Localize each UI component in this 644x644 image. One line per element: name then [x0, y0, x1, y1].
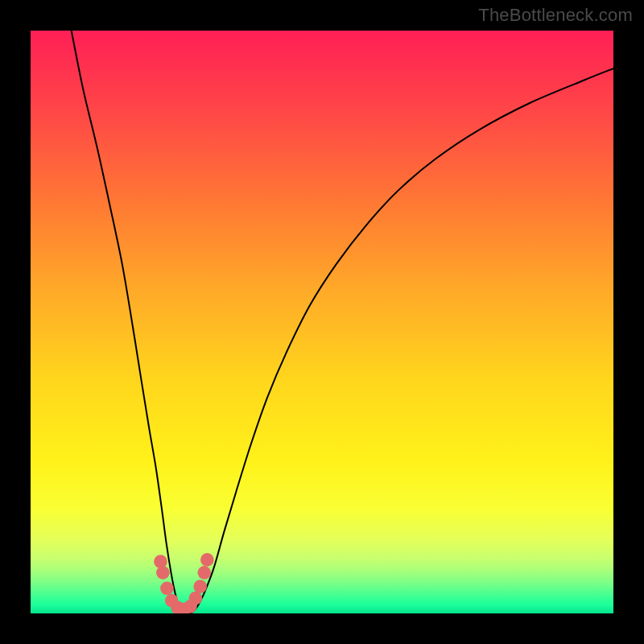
- curve-markers: [154, 553, 214, 613]
- chart-frame: TheBottleneck.com: [0, 0, 644, 644]
- marker-dot: [156, 566, 170, 580]
- marker-dot: [197, 566, 211, 580]
- marker-dot: [200, 553, 214, 567]
- marker-dot: [189, 592, 203, 605]
- watermark-text: TheBottleneck.com: [478, 5, 633, 26]
- curve-layer: [31, 31, 613, 613]
- marker-dot: [160, 582, 174, 596]
- marker-dot: [154, 555, 167, 568]
- bottleneck-curve: [72, 31, 613, 613]
- plot-area: [31, 31, 613, 613]
- marker-dot: [193, 580, 207, 593]
